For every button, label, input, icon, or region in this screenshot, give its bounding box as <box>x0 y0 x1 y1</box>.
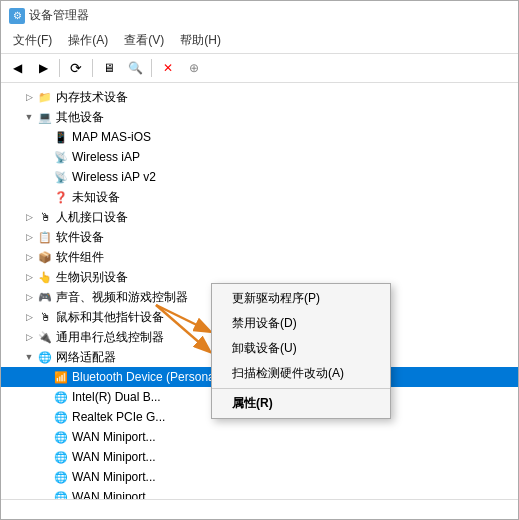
icon-map: 📱 <box>53 129 69 145</box>
expand-usb[interactable]: ▷ <box>21 329 37 345</box>
expand-intel <box>37 389 53 405</box>
expand-map <box>37 129 53 145</box>
expand-realtek <box>37 409 53 425</box>
expand-mouse[interactable]: ▷ <box>21 309 37 325</box>
toolbar-sep-3 <box>151 59 152 77</box>
icon-wiapv2: 📡 <box>53 169 69 185</box>
toolbar-add[interactable]: ⊕ <box>182 57 206 79</box>
expand-bt <box>37 369 53 385</box>
expand-sw-comp[interactable]: ▷ <box>21 249 37 265</box>
toolbar-sep-2 <box>92 59 93 77</box>
icon-sw-dev: 📋 <box>37 229 53 245</box>
window-icon: ⚙ <box>9 8 25 24</box>
label-network: 网络适配器 <box>56 349 116 366</box>
label-realtek: Realtek PCIe G... <box>72 410 165 424</box>
label-wiapv2: Wireless iAP v2 <box>72 170 156 184</box>
tree-item-wireless-iap-v2[interactable]: 📡 Wireless iAP v2 <box>1 167 518 187</box>
icon-wan4: 🌐 <box>53 489 69 499</box>
expand-wan3 <box>37 469 53 485</box>
expand-wiap <box>37 149 53 165</box>
tree-item-wireless-iap[interactable]: 📡 Wireless iAP <box>1 147 518 167</box>
ctx-update-driver[interactable]: 更新驱动程序(P) <box>212 286 390 311</box>
label-usb: 通用串行总线控制器 <box>56 329 164 346</box>
tree-item-wan4[interactable]: 🌐 WAN Miniport... <box>1 487 518 499</box>
expand-hid[interactable]: ▷ <box>21 209 37 225</box>
ctx-disable-device[interactable]: 禁用设备(D) <box>212 311 390 336</box>
label-intel: Intel(R) Dual B... <box>72 390 161 404</box>
expand-wan4 <box>37 489 53 499</box>
label-wiap: Wireless iAP <box>72 150 140 164</box>
toolbar-refresh[interactable]: ⟳ <box>64 57 88 79</box>
label-unknown: 未知设备 <box>72 189 120 206</box>
ctx-properties[interactable]: 属性(R) <box>212 391 390 416</box>
expand-wiapv2 <box>37 169 53 185</box>
toolbar-sep-1 <box>59 59 60 77</box>
icon-hid: 🖱 <box>37 209 53 225</box>
tree-item-unknown[interactable]: ❓ 未知设备 <box>1 187 518 207</box>
menu-bar: 文件(F) 操作(A) 查看(V) 帮助(H) <box>1 28 518 54</box>
icon-memory: 📁 <box>37 89 53 105</box>
icon-audio: 🎮 <box>37 289 53 305</box>
label-wan4: WAN Miniport... <box>72 490 156 499</box>
expand-network[interactable]: ▼ <box>21 349 37 365</box>
tree-panel[interactable]: ▷ 📁 内存技术设备 ▼ 💻 其他设备 📱 MAP MAS-iOS 📡 <box>1 83 518 499</box>
menu-view[interactable]: 查看(V) <box>116 30 172 51</box>
tree-item-hid[interactable]: ▷ 🖱 人机接口设备 <box>1 207 518 227</box>
icon-wan3: 🌐 <box>53 469 69 485</box>
tree-item-memory[interactable]: ▷ 📁 内存技术设备 <box>1 87 518 107</box>
label-bio: 生物识别设备 <box>56 269 128 286</box>
menu-file[interactable]: 文件(F) <box>5 30 60 51</box>
expand-audio[interactable]: ▷ <box>21 289 37 305</box>
icon-bluetooth: 📶 <box>53 369 69 385</box>
toolbar: ◀ ▶ ⟳ 🖥 🔍 ✕ ⊕ <box>1 54 518 83</box>
tree-item-software-comp[interactable]: ▷ 📦 软件组件 <box>1 247 518 267</box>
toolbar-back[interactable]: ◀ <box>5 57 29 79</box>
label-other: 其他设备 <box>56 109 104 126</box>
icon-other: 💻 <box>37 109 53 125</box>
ctx-separator <box>212 388 390 389</box>
tree-item-other-devices[interactable]: ▼ 💻 其他设备 <box>1 107 518 127</box>
icon-usb: 🔌 <box>37 329 53 345</box>
expand-other[interactable]: ▼ <box>21 109 37 125</box>
icon-wan2: 🌐 <box>53 449 69 465</box>
label-wan3: WAN Miniport... <box>72 470 156 484</box>
icon-sw-comp: 📦 <box>37 249 53 265</box>
toolbar-search[interactable]: 🔍 <box>123 57 147 79</box>
ctx-scan-hardware[interactable]: 扫描检测硬件改动(A) <box>212 361 390 386</box>
icon-network-folder: 🌐 <box>37 349 53 365</box>
icon-intel: 🌐 <box>53 389 69 405</box>
tree-item-map-mas[interactable]: 📱 MAP MAS-iOS <box>1 127 518 147</box>
toolbar-computer[interactable]: 🖥 <box>97 57 121 79</box>
label-audio: 声音、视频和游戏控制器 <box>56 289 188 306</box>
window-title: 设备管理器 <box>29 7 89 24</box>
tree-item-wan2[interactable]: 🌐 WAN Miniport... <box>1 447 518 467</box>
main-content: ▷ 📁 内存技术设备 ▼ 💻 其他设备 📱 MAP MAS-iOS 📡 <box>1 83 518 499</box>
label-mouse: 鼠标和其他指针设备 <box>56 309 164 326</box>
icon-wiap: 📡 <box>53 149 69 165</box>
toolbar-forward[interactable]: ▶ <box>31 57 55 79</box>
tree-item-wan3[interactable]: 🌐 WAN Miniport... <box>1 467 518 487</box>
label-sw-dev: 软件设备 <box>56 229 104 246</box>
label-wan1: WAN Miniport... <box>72 430 156 444</box>
label-memory: 内存技术设备 <box>56 89 128 106</box>
menu-help[interactable]: 帮助(H) <box>172 30 229 51</box>
expand-sw-dev[interactable]: ▷ <box>21 229 37 245</box>
toolbar-delete[interactable]: ✕ <box>156 57 180 79</box>
device-manager-window: ⚙ 设备管理器 文件(F) 操作(A) 查看(V) 帮助(H) ◀ ▶ ⟳ 🖥 … <box>0 0 519 520</box>
title-bar: ⚙ 设备管理器 <box>1 1 518 28</box>
icon-bio: 👆 <box>37 269 53 285</box>
tree-item-wan1[interactable]: 🌐 WAN Miniport... <box>1 427 518 447</box>
ctx-uninstall-device[interactable]: 卸载设备(U) <box>212 336 390 361</box>
menu-action[interactable]: 操作(A) <box>60 30 116 51</box>
label-wan2: WAN Miniport... <box>72 450 156 464</box>
icon-unknown: ❓ <box>53 189 69 205</box>
expand-bio[interactable]: ▷ <box>21 269 37 285</box>
icon-realtek: 🌐 <box>53 409 69 425</box>
expand-wan2 <box>37 449 53 465</box>
icon-mouse: 🖱 <box>37 309 53 325</box>
expand-wan1 <box>37 429 53 445</box>
label-sw-comp: 软件组件 <box>56 249 104 266</box>
expand-memory[interactable]: ▷ <box>21 89 37 105</box>
status-bar <box>1 499 518 519</box>
tree-item-software-dev[interactable]: ▷ 📋 软件设备 <box>1 227 518 247</box>
